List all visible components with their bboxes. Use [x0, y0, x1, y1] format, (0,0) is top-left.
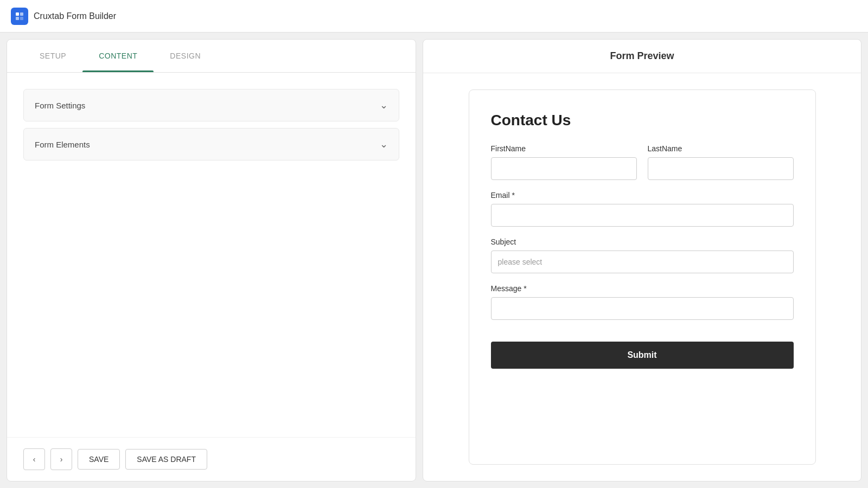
email-input[interactable] [491, 204, 794, 227]
submit-button[interactable]: Submit [491, 342, 794, 369]
form-elements-title: Form Elements [35, 140, 90, 149]
accordion-form-settings: Form Settings ⌄ [23, 89, 399, 121]
form-settings-title: Form Settings [35, 101, 85, 110]
chevron-down-icon-2: ⌄ [380, 138, 388, 150]
next-button[interactable]: › [50, 448, 72, 470]
app-icon [11, 8, 28, 25]
chevron-down-icon: ⌄ [380, 99, 388, 111]
lastname-input[interactable] [648, 157, 794, 180]
subject-label: Subject [491, 237, 794, 246]
svg-rect-2 [20, 12, 23, 16]
accordion-form-settings-header[interactable]: Form Settings ⌄ [24, 89, 399, 121]
subject-input[interactable] [491, 251, 794, 273]
save-draft-button[interactable]: SAVE AS DRAFT [125, 449, 207, 470]
accordion-form-elements-header[interactable]: Form Elements ⌄ [24, 129, 399, 160]
form-title: Contact Us [491, 112, 794, 129]
bottom-toolbar: ‹ › SAVE SAVE AS DRAFT [7, 437, 416, 481]
tab-content[interactable]: CONTENT [82, 40, 154, 72]
left-content: Form Settings ⌄ Form Elements ⌄ [7, 73, 416, 437]
message-label: Message * [491, 284, 794, 293]
svg-rect-0 [14, 11, 25, 22]
firstname-label: FirstName [491, 144, 637, 153]
lastname-label: LastName [648, 144, 794, 153]
email-label: Email * [491, 191, 794, 200]
svg-rect-1 [16, 12, 19, 16]
form-preview-title: Form Preview [439, 50, 845, 62]
right-panel-header: Form Preview [423, 40, 861, 73]
left-panel: SETUP CONTENT DESIGN Form Settings ⌄ For… [7, 39, 416, 481]
svg-rect-3 [16, 17, 19, 20]
lastname-field: LastName [648, 144, 794, 180]
subject-field: Subject [491, 237, 794, 273]
tab-design[interactable]: DESIGN [154, 40, 217, 72]
message-input[interactable] [491, 297, 794, 320]
message-field: Message * [491, 284, 794, 320]
svg-rect-4 [20, 17, 23, 20]
save-button[interactable]: SAVE [78, 449, 120, 470]
main-layout: SETUP CONTENT DESIGN Form Settings ⌄ For… [0, 33, 868, 488]
accordion-form-elements: Form Elements ⌄ [23, 128, 399, 160]
form-preview-area: Contact Us FirstName LastName Email * [423, 73, 861, 481]
form-card: Contact Us FirstName LastName Email * [469, 89, 816, 465]
name-row: FirstName LastName [491, 144, 794, 180]
tab-setup[interactable]: SETUP [23, 40, 82, 72]
app-title: Cruxtab Form Builder [34, 11, 116, 21]
email-field: Email * [491, 191, 794, 227]
firstname-field: FirstName [491, 144, 637, 180]
top-bar: Cruxtab Form Builder [0, 0, 868, 33]
tabs-container: SETUP CONTENT DESIGN [7, 40, 416, 73]
right-panel: Form Preview Contact Us FirstName LastNa… [423, 39, 861, 481]
prev-button[interactable]: ‹ [23, 448, 45, 470]
firstname-input[interactable] [491, 157, 637, 180]
